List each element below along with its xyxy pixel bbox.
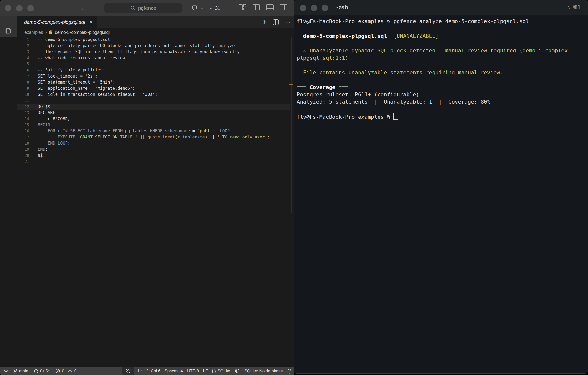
line-number: 13 xyxy=(17,110,29,116)
close-window-button[interactable] xyxy=(5,5,11,11)
openai-action-icon[interactable]: ✳ xyxy=(262,19,267,26)
zoom-window-button[interactable] xyxy=(27,5,34,11)
line-number: 14 xyxy=(17,116,29,122)
notifications[interactable] xyxy=(287,368,292,374)
code-line-3[interactable]: 3-- the dynamic SQL inside them. It flag… xyxy=(17,49,294,55)
minimize-window-button[interactable] xyxy=(16,5,23,11)
eol-sequence[interactable]: LF xyxy=(203,369,208,374)
code-text: BEGIN xyxy=(38,122,50,128)
code-line-17[interactable]: 17 EXECUTE 'GRANT SELECT ON TABLE ' || q… xyxy=(17,134,294,140)
branch-name: main xyxy=(19,369,28,374)
breadcrumb-separator-icon: › xyxy=(45,30,47,35)
terminal-title: -zsh xyxy=(336,4,348,11)
line-number: 12 xyxy=(17,104,29,110)
db-connection-status[interactable]: SQLite: No database xyxy=(244,369,283,374)
terminal-line: ⚠ Unanalyzable dynamic SQL block detecte… xyxy=(297,47,571,54)
code-line-7[interactable]: 7SET lock_timeout = '2s'; xyxy=(17,73,294,79)
terminal-line: demo-5-complex-plpgsql.sql [UNANALYZABLE… xyxy=(297,33,439,40)
zoom-window-button[interactable] xyxy=(322,5,328,11)
code-line-15[interactable]: 15BEGIN xyxy=(17,122,294,128)
line-number: 7 xyxy=(17,73,29,79)
sync-counts: 0↓ 5↑ xyxy=(40,369,50,374)
cursor-position[interactable]: Ln 12, Col 6 xyxy=(138,369,160,374)
warning-icon xyxy=(67,369,73,374)
line-number: 2 xyxy=(17,43,29,49)
copilot-control[interactable]: ⌄ ● 31 xyxy=(188,3,238,13)
line-number: 10 xyxy=(17,91,29,98)
code-line-5[interactable]: 5 xyxy=(17,61,294,67)
code-line-2[interactable]: 2-- pgfence safely parses DO blocks and … xyxy=(17,43,294,49)
split-editor-icon[interactable] xyxy=(273,19,279,25)
chevron-down-icon[interactable]: ⌄ xyxy=(200,6,204,10)
database-file-icon xyxy=(49,30,52,35)
code-text: END LOOP; xyxy=(38,140,70,146)
terminal-line: === Coverage === xyxy=(297,84,348,91)
problems-indicator[interactable]: 0 0 xyxy=(55,369,76,374)
code-line-16[interactable]: 16 FOR r IN SELECT tablename FROM pg_tab… xyxy=(17,128,294,134)
overview-ruler-marker xyxy=(289,84,293,85)
sidebar-item-explorer[interactable] xyxy=(0,24,17,37)
line-number: 8 xyxy=(17,79,29,85)
code-line-4[interactable]: 4-- what code requires manual review. xyxy=(17,55,294,61)
zoom-out-status[interactable] xyxy=(122,367,134,375)
line-number: 17 xyxy=(17,134,29,140)
encoding[interactable]: UTF-8 xyxy=(187,369,199,374)
terminal-cursor xyxy=(393,113,398,120)
customize-layout-icon[interactable] xyxy=(239,4,246,11)
pill-divider xyxy=(207,5,207,11)
code-line-20[interactable]: 20$$; xyxy=(17,152,294,158)
line-number: 19 xyxy=(17,146,29,152)
toggle-primary-sidebar-icon[interactable] xyxy=(252,4,260,11)
files-icon xyxy=(4,26,13,35)
line-number: 6 xyxy=(17,67,29,73)
code-line-10[interactable]: 10SET idle_in_transaction_session_timeou… xyxy=(17,91,294,98)
close-window-button[interactable] xyxy=(300,5,306,11)
breadcrumb-file[interactable]: demo-5-complex-plpgsql.sql xyxy=(55,30,110,35)
indentation[interactable]: Spaces: 4 xyxy=(164,369,183,374)
copilot-usage-count: 31 xyxy=(215,5,220,11)
more-actions-icon[interactable]: ··· xyxy=(284,19,290,25)
line-number: 15 xyxy=(17,122,29,128)
tab-close-icon[interactable]: × xyxy=(89,20,93,25)
vscode-titlebar: ← → pgfence ⌄ ● 31 xyxy=(0,0,294,16)
back-button[interactable]: ← xyxy=(64,3,71,12)
branch-indicator[interactable]: main xyxy=(13,369,28,374)
copilot-status[interactable] xyxy=(234,368,240,374)
copilot-chat-icon[interactable] xyxy=(192,5,198,11)
remote-indicator[interactable]: >< xyxy=(4,368,8,374)
code-line-19[interactable]: 19END; xyxy=(17,146,294,152)
terminal-output[interactable]: flv@Fs-MacBook-Pro examples % pgfence an… xyxy=(294,18,588,373)
language-mode[interactable]: { } SQLite xyxy=(212,369,230,374)
code-text: END; xyxy=(38,146,48,152)
toggle-panel-icon[interactable] xyxy=(266,4,274,11)
breadcrumb: examples › demo-5-complex-plpgsql.sql xyxy=(17,28,294,37)
code-line-12[interactable]: 12DO $$ xyxy=(17,104,294,110)
command-center-search[interactable]: pgfence xyxy=(104,3,182,13)
toggle-secondary-sidebar-icon[interactable] xyxy=(280,4,287,11)
code-line-18[interactable]: 18 END LOOP; xyxy=(17,140,294,146)
code-text: r RECORD; xyxy=(38,116,70,122)
editor-actions: ✳ ··· xyxy=(262,16,290,28)
copilot-usage-dot-icon: ● xyxy=(210,6,212,10)
terminal-line: File contains unanalyzable statements re… xyxy=(297,69,503,76)
terminal-titlebar: -zsh ⌥⌘1 xyxy=(294,0,588,15)
code-text: SET lock_timeout = '2s'; xyxy=(38,73,98,79)
code-line-8[interactable]: 8SET statement_timeout = '5min'; xyxy=(17,79,294,85)
terminal-line: Analyzed: 5 statements | Unanalyzable: 1… xyxy=(297,98,490,106)
code-line-1[interactable]: 1-- demo-5-complex-plpgsql.sql xyxy=(17,37,294,43)
sync-indicator[interactable]: 0↓ 5↑ xyxy=(34,369,50,374)
code-line-6[interactable]: 6-- Satisfy safety policies: xyxy=(17,67,294,73)
breadcrumb-folder[interactable]: examples xyxy=(24,30,43,35)
code-line-11[interactable]: 11 xyxy=(17,98,294,104)
tab-demo-5-complex-plpgsql[interactable]: demo-5-complex-plpgsql.sql × xyxy=(17,16,97,28)
forward-button[interactable]: → xyxy=(77,3,84,12)
minimize-window-button[interactable] xyxy=(311,5,317,11)
status-bar: >< main 0↓ 5↑ xyxy=(0,367,294,375)
code-editor[interactable]: 1-- demo-5-complex-plpgsql.sql2-- pgfenc… xyxy=(0,37,294,367)
code-line-21[interactable]: 21 xyxy=(17,158,294,165)
terminal-line: plpgsql.sql:1:1) xyxy=(297,54,348,62)
code-line-13[interactable]: 13DECLARE xyxy=(17,110,294,116)
code-line-9[interactable]: 9SET application_name = 'migrate:demo5'; xyxy=(17,85,294,91)
code-line-14[interactable]: 14 r RECORD; xyxy=(17,116,294,122)
sync-icon xyxy=(34,369,39,374)
